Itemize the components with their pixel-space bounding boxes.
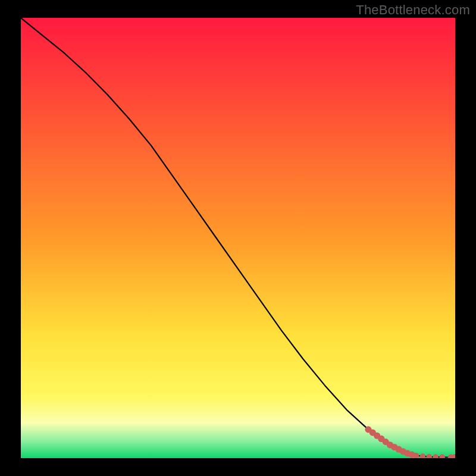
plot-area	[21, 18, 455, 458]
gradient-background	[21, 18, 455, 458]
watermark-text: TheBottleneck.com	[356, 2, 470, 18]
chart-frame: TheBottleneck.com	[0, 0, 476, 476]
chart-svg	[21, 18, 455, 458]
